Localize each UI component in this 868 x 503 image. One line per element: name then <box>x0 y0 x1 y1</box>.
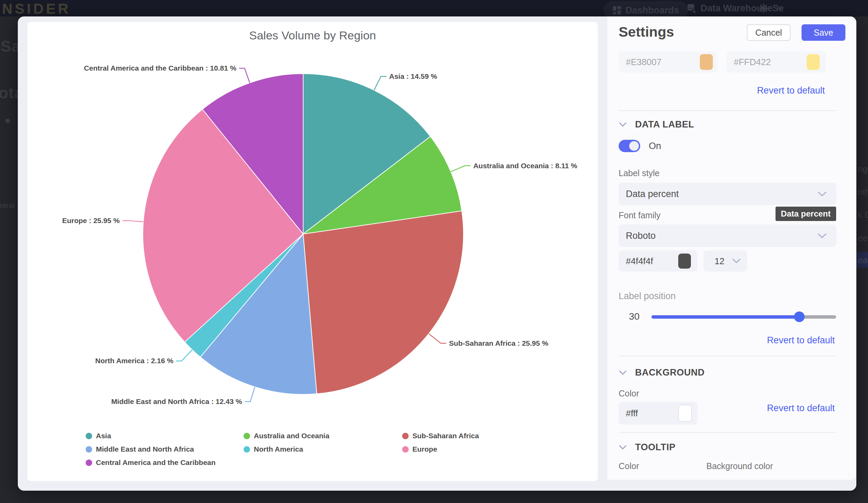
revert-link-data-label[interactable]: Revert to default <box>767 335 835 346</box>
backdrop-fragment: k D <box>858 210 868 220</box>
backdrop-fragment: nth <box>858 187 868 197</box>
legend-dot <box>402 446 409 453</box>
revert-link-colors[interactable]: Revert to default <box>757 85 825 96</box>
pie-label-sub-saharan-africa: Sub-Saharan Africa : 25.95 % <box>449 339 548 347</box>
legend-item-north-america[interactable]: North America <box>244 445 303 453</box>
legend-label: North America <box>254 445 303 453</box>
background-color-value: #fff <box>626 408 638 419</box>
font-family-dropdown[interactable]: Roboto <box>619 224 836 247</box>
legend-item-middle-east-and-north-africa[interactable]: Middle East and North Africa <box>86 445 194 453</box>
page: NSIDER Dashboards Data Warehouse Se Sal … <box>0 0 868 503</box>
legend-label: Middle East and North Africa <box>96 445 194 453</box>
background-color-swatch[interactable] <box>678 405 692 422</box>
pie-label-leader <box>451 166 470 172</box>
font-size-value: 12 <box>714 256 724 267</box>
pie-label-leader <box>239 68 250 83</box>
pie-label-north-america: North America : 2.16 % <box>95 357 173 365</box>
legend-item-europe[interactable]: Europe <box>402 445 437 453</box>
divider <box>619 356 836 356</box>
tooltip-bg-color-label: Background color <box>706 461 773 471</box>
section-title: DATA LABEL <box>635 119 694 130</box>
backdrop-fragment: ntral <box>0 202 15 210</box>
settings-panel-title: Settings <box>619 24 674 40</box>
pie-label-europe: Europe : 25.95 % <box>62 217 120 224</box>
label-position-slider[interactable] <box>651 315 836 319</box>
pie-label-middle-east-and-north-africa: Middle East and North Africa : 12.43 % <box>111 398 242 406</box>
section-header-data-label[interactable]: DATA LABEL <box>619 119 694 130</box>
legend-label: Asia <box>96 432 111 440</box>
legend-label: Sub-Saharan Africa <box>412 432 479 440</box>
chevron-down-icon <box>817 233 827 239</box>
pie-label-australia-and-oceania: Australia and Oceania : 8.11 % <box>473 162 578 170</box>
settings-panel: Settings Cancel Save #E38007 #FFD422 Rev… <box>607 17 856 480</box>
legend-label: Australia and Oceania <box>254 432 330 440</box>
backdrop-fragment: nge <box>858 164 868 174</box>
pie-label-leader <box>429 334 446 343</box>
data-label-toggle[interactable] <box>619 140 640 152</box>
label-style-value: Data percent <box>626 189 679 199</box>
slider-knob[interactable] <box>794 311 805 322</box>
divider <box>619 110 836 111</box>
pie-label-leader <box>374 76 386 90</box>
section-header-tooltip[interactable]: TOOLTIP <box>619 442 675 453</box>
series-color-value-1: #E38007 <box>626 57 661 68</box>
pie-chart: Asia : 14.59 %Australia and Oceania : 8.… <box>28 22 598 481</box>
font-family-value: Roboto <box>626 230 655 241</box>
chart-card: Sales Volume by Region Asia : 14.59 %Aus… <box>28 22 598 481</box>
section-header-background[interactable]: BACKGROUND <box>619 367 705 378</box>
color-swatch-1[interactable] <box>700 54 713 70</box>
pie-label-leader <box>176 350 192 361</box>
section-title: TOOLTIP <box>635 442 675 453</box>
legend-item-asia[interactable]: Asia <box>86 432 111 440</box>
legend-label: Central America and the Caribbean <box>96 459 216 467</box>
nav-settings-label: Se <box>773 3 784 14</box>
legend-dot <box>244 446 250 453</box>
app-logo: NSIDER <box>2 1 71 17</box>
pie-label-leader <box>245 387 255 402</box>
font-color-swatch[interactable] <box>678 254 691 269</box>
legend-dot <box>402 433 409 439</box>
legend-item-australia-and-oceania[interactable]: Australia and Oceania <box>244 432 330 440</box>
tooltip-color-label: Color <box>619 461 639 471</box>
font-color-value: #4f4f4f <box>626 256 653 267</box>
font-color-input[interactable]: #4f4f4f <box>619 250 698 272</box>
dashboard-icon <box>612 6 621 15</box>
font-size-dropdown[interactable]: 12 <box>704 250 747 272</box>
chevron-down-icon <box>619 122 627 127</box>
legend-dot <box>86 433 92 439</box>
slider-fill <box>651 315 799 319</box>
background-color-input[interactable]: #fff <box>619 402 698 424</box>
label-style-dropdown[interactable]: Data percent <box>619 183 836 205</box>
pie-slice-sub-saharan-africa[interactable] <box>303 211 464 394</box>
color-swatch-2[interactable] <box>807 54 820 70</box>
series-color-input-2[interactable]: #FFD422 <box>726 51 826 73</box>
legend-dot <box>86 446 92 453</box>
pie-label-leader <box>122 220 143 222</box>
topbar: NSIDER Dashboards Data Warehouse Se <box>0 0 868 17</box>
save-button[interactable]: Save <box>802 24 845 41</box>
toggle-knob <box>629 141 639 151</box>
backdrop-fragment: eek <box>858 233 868 244</box>
toggle-state-label: On <box>649 141 661 152</box>
gear-icon <box>759 3 768 13</box>
label-style-label: Label style <box>619 168 660 178</box>
chevron-down-icon <box>619 445 627 450</box>
legend-item-central-america-and-the-caribbean[interactable]: Central America and the Caribbean <box>86 459 216 467</box>
chevron-down-icon <box>817 191 827 197</box>
label-position-value: 30 <box>629 311 640 322</box>
database-icon <box>687 4 696 13</box>
series-color-input-1[interactable]: #E38007 <box>619 51 717 73</box>
backdrop-bullet-dot <box>6 119 10 123</box>
divider <box>619 432 836 433</box>
dropdown-value-tooltip: Data percent <box>775 207 836 221</box>
legend-dot <box>86 460 92 466</box>
settings-modal: Sales Volume by Region Asia : 14.59 %Aus… <box>18 17 856 491</box>
nav-dashboards-label: Dashboards <box>626 5 679 16</box>
revert-link-background[interactable]: Revert to default <box>767 403 835 413</box>
nav-settings[interactable]: Se <box>759 0 784 17</box>
cancel-button[interactable]: Cancel <box>747 24 790 41</box>
chevron-down-icon <box>619 370 627 375</box>
legend-dot <box>244 433 250 439</box>
legend-item-sub-saharan-africa[interactable]: Sub-Saharan Africa <box>402 432 479 440</box>
pie-label-central-america-and-the-caribbean: Central America and the Caribbean : 10.8… <box>84 64 236 72</box>
